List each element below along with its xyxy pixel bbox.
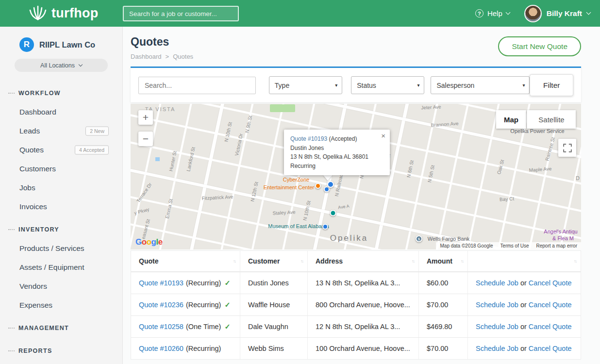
locations-dropdown[interactable]: All Locations — [15, 59, 108, 72]
sidebar: R RIIPL Lawn Co All Locations WORKFLOW D… — [0, 27, 123, 364]
topbar-right: ? Help Billy Kraft — [475, 0, 590, 27]
satellite-view-button[interactable]: Satellite — [527, 110, 576, 129]
column-header-actions[interactable]: ↑↓ — [468, 251, 581, 271]
item-label: Dashboard — [19, 108, 56, 116]
actions-cell: Schedule Job or Cancel Quote — [468, 294, 581, 315]
schedule-job-link[interactable]: Schedule Job — [476, 301, 518, 309]
popup-title: Quote #10193 (Accepted) — [290, 134, 377, 144]
popup-frequency: Recurring — [290, 162, 377, 171]
popup-address: 13 N 8th St, Opelika AL 36801 — [290, 152, 377, 162]
cancel-quote-link[interactable]: Cancel Quote — [529, 279, 572, 287]
cancel-quote-link[interactable]: Cancel Quote — [529, 301, 572, 309]
schedule-job-link[interactable]: Schedule Job — [476, 323, 518, 331]
quote-link[interactable]: Quote #10260 — [139, 345, 183, 352]
customer-cell: Webb Sims — [240, 338, 308, 359]
sidebar-item-leads[interactable]: Leads2 New — [0, 121, 122, 140]
zoom-out-button[interactable]: − — [138, 132, 153, 146]
quote-map-marker[interactable] — [322, 224, 328, 230]
quote-cell: Quote #10260(Recurring) — [131, 338, 240, 359]
sidebar-item-expenses[interactable]: Expenses — [0, 296, 122, 314]
zoom-in-button[interactable]: + — [138, 110, 153, 125]
accepted-check-icon: ✓ — [224, 301, 230, 309]
sidebar-item-customers[interactable]: Customers — [0, 159, 122, 178]
amount-cell: $70.00 — [419, 338, 468, 359]
sidebar-item-invoices[interactable]: Invoices — [0, 197, 122, 216]
type-select[interactable]: Type ▾ — [269, 76, 342, 94]
terms-link[interactable]: Terms of Use — [500, 243, 529, 248]
item-label: Jobs — [19, 183, 35, 192]
item-label: Assets / Equipment — [19, 263, 84, 271]
item-label: Invoices — [19, 202, 47, 211]
section-label: REPORTS — [18, 347, 52, 354]
caret-down-icon: ▾ — [417, 83, 419, 88]
popup-customer: Dustin Jones — [290, 144, 377, 153]
cyberzone-poi-marker[interactable] — [315, 183, 321, 189]
salesperson-select-value: Salesperson — [436, 82, 474, 89]
sidebar-item-dashboard[interactable]: Dashboard — [0, 102, 122, 121]
user-name: Billy Kraft — [547, 9, 582, 18]
report-error-link[interactable]: Report a map error — [536, 243, 577, 248]
user-menu[interactable]: Billy Kraft — [524, 5, 590, 22]
quotes-badge: 4 Accepted — [75, 145, 109, 154]
quote-link[interactable]: Quote #10258 — [139, 323, 183, 331]
section-dash — [8, 328, 15, 329]
column-header-address[interactable]: Address↑↓ — [308, 251, 419, 271]
locations-label: All Locations — [40, 62, 75, 69]
fullscreen-button[interactable] — [558, 139, 576, 157]
sidebar-nav: WORKFLOW Dashboard Leads2 New Quotes4 Ac… — [0, 83, 122, 360]
transit-poi-marker[interactable] — [330, 210, 336, 216]
table-row: Quote #10236(Recurring)✓ Waffle House 80… — [131, 294, 581, 315]
close-icon[interactable]: × — [381, 132, 385, 139]
breadcrumb-dashboard[interactable]: Dashboard — [131, 53, 162, 60]
sidebar-item-vendors[interactable]: Vendors — [0, 277, 122, 296]
google-logo[interactable]: Google — [135, 237, 163, 247]
amount-cell: $469.80 — [419, 316, 468, 337]
turfhop-logo[interactable]: turfhop — [28, 0, 99, 27]
schedule-job-link[interactable]: Schedule Job — [476, 279, 518, 287]
sidebar-item-products-services[interactable]: Products / Services — [0, 239, 122, 258]
actions-cell: Schedule Job or Cancel Quote — [468, 316, 581, 337]
question-icon: ? — [475, 9, 483, 17]
schedule-job-link[interactable]: Schedule Job — [476, 345, 518, 352]
popup-quote-link[interactable]: Quote #10193 — [290, 135, 327, 142]
item-label: Expenses — [19, 301, 52, 309]
sidebar-section-reports[interactable]: REPORTS — [0, 341, 122, 360]
quote-type: (One Time) — [186, 323, 221, 331]
quote-map-marker[interactable] — [327, 181, 334, 188]
address-cell: 13 N 8th St, Opelika AL 3... — [308, 272, 419, 294]
company-header[interactable]: R RIIPL Lawn Co — [0, 27, 122, 52]
status-select[interactable]: Status ▾ — [351, 76, 424, 94]
salesperson-select[interactable]: Salesperson ▾ — [431, 76, 530, 94]
sort-icon: ↑↓ — [300, 259, 303, 264]
sidebar-section-management[interactable]: MANAGEMENT — [0, 318, 122, 337]
popup-pointer — [323, 175, 333, 181]
sidebar-item-quotes[interactable]: Quotes4 Accepted — [0, 140, 122, 159]
cancel-quote-link[interactable]: Cancel Quote — [529, 323, 572, 331]
bank-poi-marker[interactable]: $ — [416, 235, 422, 242]
quotes-search-input[interactable] — [138, 77, 256, 94]
column-header-amount[interactable]: Amount↑↓ — [419, 251, 468, 271]
sidebar-section-inventory: INVENTORY — [0, 220, 122, 239]
breadcrumb-current: Quotes — [173, 53, 193, 60]
sort-icon: ↑↓ — [233, 259, 235, 264]
global-search-input[interactable] — [123, 6, 239, 21]
sidebar-item-jobs[interactable]: Jobs — [0, 178, 122, 197]
popup-status: (Accepted) — [329, 135, 357, 142]
map-view-button[interactable]: Map — [496, 110, 526, 129]
amount-cell: $60.00 — [419, 272, 468, 294]
company-name: RIIPL Lawn Co — [39, 40, 95, 50]
sidebar-item-assets-equipment[interactable]: Assets / Equipment — [0, 258, 122, 277]
quote-cell: Quote #10193(Recurring)✓ — [131, 272, 240, 294]
cancel-quote-link[interactable]: Cancel Quote — [529, 345, 572, 352]
quote-link[interactable]: Quote #10193 — [139, 279, 183, 287]
help-menu[interactable]: ? Help — [475, 9, 510, 17]
map[interactable]: TA VISTA Jeter Ave Brannon Ave Opelika P… — [131, 104, 581, 249]
start-new-quote-button[interactable]: Start New Quote — [498, 36, 581, 56]
column-header-quote[interactable]: Quote↑↓ — [131, 251, 240, 271]
filter-button[interactable]: Filter — [530, 74, 573, 96]
address-cell: 100 Orchard Avenue, Hoove... — [308, 338, 419, 359]
section-dash — [8, 93, 15, 94]
quote-link[interactable]: Quote #10236 — [139, 301, 183, 309]
column-header-customer[interactable]: Customer↑↓ — [240, 251, 308, 271]
actions-cell: Schedule Job or Cancel Quote — [468, 338, 581, 359]
